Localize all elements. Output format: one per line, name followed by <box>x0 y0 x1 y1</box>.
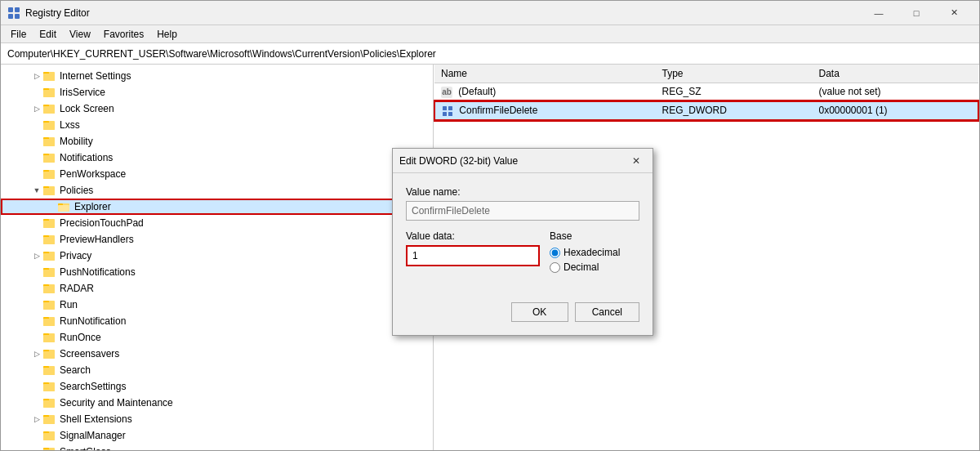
tree-item-searchsettings[interactable]: SearchSettings <box>1 378 433 395</box>
tree-item-signalmanager[interactable]: SignalManager <box>1 427 433 444</box>
folder-icon <box>43 249 56 262</box>
value-name-input[interactable] <box>406 201 639 221</box>
svg-rect-18 <box>43 139 55 146</box>
svg-rect-57 <box>43 351 55 359</box>
tree-label: Notifications <box>60 152 113 163</box>
table-row[interactable]: ab (Default) REG_SZ (value not set) <box>434 83 978 101</box>
close-button[interactable]: ✕ <box>935 1 973 25</box>
tree-item-mobility[interactable]: Mobility <box>1 133 433 150</box>
menu-favorites[interactable]: Favorites <box>97 27 150 42</box>
tree-item-smartglass[interactable]: SmartGlass <box>1 444 433 450</box>
folder-icon <box>43 396 56 409</box>
svg-rect-1 <box>15 7 20 12</box>
tree-item-run[interactable]: Run <box>1 297 433 313</box>
tree-item-pushnotifications[interactable]: PushNotifications <box>1 264 433 280</box>
tree-item-screensavers[interactable]: ▷ Screensavers <box>1 346 433 362</box>
tree-item-irisservice[interactable]: IrisService <box>1 84 433 100</box>
radio-decimal-input[interactable] <box>550 262 560 273</box>
tree-item-security-maintenance[interactable]: Security and Maintenance <box>1 395 433 411</box>
tree-item-precisiontouchpad[interactable]: PrecisionTouchPad <box>1 215 433 231</box>
tree-label: SmartGlass <box>60 446 111 450</box>
radio-decimal[interactable]: Decimal <box>550 261 639 273</box>
tree-item-radar[interactable]: RADAR <box>1 280 433 297</box>
tree-label: PushNotifications <box>60 266 136 278</box>
svg-rect-42 <box>43 270 55 277</box>
base-section: Base Hexadecimal Decimal <box>550 230 639 276</box>
svg-rect-87 <box>443 112 447 116</box>
svg-rect-39 <box>43 253 55 261</box>
folder-icon <box>43 347 56 360</box>
expand-icon[interactable]: ▷ <box>30 69 43 83</box>
svg-rect-66 <box>43 400 55 408</box>
menu-file[interactable]: File <box>4 27 33 42</box>
edit-dword-dialog[interactable]: Edit DWORD (32-bit) Value ✕ Value name: … <box>392 148 653 336</box>
tree-label: Internet Settings <box>60 70 131 82</box>
row-type-highlighted: REG_DWORD <box>656 101 813 120</box>
svg-rect-12 <box>43 106 55 114</box>
folder-icon-open <box>58 200 71 213</box>
tree-item-runnotification[interactable]: RunNotification <box>1 313 433 329</box>
tree-item-lockscreen[interactable]: ▷ Lock Screen <box>1 100 433 117</box>
tree-label: Privacy <box>60 250 91 261</box>
tree-item-penworkspace[interactable]: PenWorkspace <box>1 166 433 182</box>
app-icon <box>7 7 20 20</box>
folder-icon <box>43 233 56 246</box>
svg-rect-33 <box>43 221 55 228</box>
tree-label: SignalManager <box>60 430 126 441</box>
tree-label: IrisService <box>60 87 105 98</box>
folder-icon <box>43 429 56 442</box>
svg-rect-2 <box>8 14 13 19</box>
dialog-close-button[interactable]: ✕ <box>626 151 646 171</box>
tree-item-runonce[interactable]: RunOnce <box>1 329 433 346</box>
folder-icon <box>43 118 56 132</box>
ok-button[interactable]: OK <box>511 302 568 322</box>
radio-hexadecimal[interactable]: Hexadecimal <box>550 247 639 258</box>
tree-label: Lxss <box>60 119 80 131</box>
tree-item-privacy[interactable]: ▷ Privacy <box>1 248 433 264</box>
tree-label: RADAR <box>60 283 94 294</box>
folder-icon <box>43 413 56 426</box>
menu-edit[interactable]: Edit <box>33 27 63 42</box>
tree-item-lxss[interactable]: Lxss <box>1 117 433 133</box>
minimize-button[interactable]: — <box>860 1 898 25</box>
radio-hex-label: Hexadecimal <box>564 247 620 258</box>
dialog-footer: OK Cancel <box>393 302 653 335</box>
svg-rect-6 <box>43 74 55 81</box>
menu-view[interactable]: View <box>63 27 97 42</box>
svg-rect-0 <box>8 7 13 12</box>
tree-label: Shell Extensions <box>60 413 132 425</box>
folder-icon <box>43 266 56 279</box>
row-name: ab (Default) <box>434 83 656 101</box>
folder-icon <box>43 86 56 99</box>
window-controls: — □ ✕ <box>860 1 973 25</box>
tree-label: RunOnce <box>60 332 101 343</box>
menu-help[interactable]: Help <box>150 27 184 42</box>
tree-item-policies[interactable]: ▼ Policies <box>1 182 433 199</box>
addressbar: Computer\HKEY_CURRENT_USER\Software\Micr… <box>1 43 979 65</box>
table-row-confirmfiledelete[interactable]: ConfirmFileDelete REG_DWORD 0x00000001 (… <box>434 101 978 120</box>
svg-rect-86 <box>448 106 452 110</box>
tree-label: Security and Maintenance <box>60 397 173 409</box>
dword-icon <box>442 105 453 117</box>
tree-item-internet-settings[interactable]: ▷ Internet Settings <box>1 68 433 84</box>
tree-item-shellextensions[interactable]: ▷ Shell Extensions <box>1 411 433 427</box>
dialog-titlebar: Edit DWORD (32-bit) Value ✕ <box>393 149 653 173</box>
tree-panel: ▷ Internet Settings IrisService ▷ Lock S… <box>1 65 434 450</box>
window-title: Registry Editor <box>25 7 860 19</box>
tree-item-notifications[interactable]: Notifications <box>1 150 433 166</box>
maximize-button[interactable]: □ <box>898 1 935 25</box>
tree-item-previewhandlers[interactable]: PreviewHandlers <box>1 231 433 248</box>
value-data-label: Value data: <box>406 230 540 242</box>
ab-icon: ab <box>441 87 452 98</box>
folder-icon <box>43 331 56 344</box>
value-data-input[interactable] <box>406 245 540 266</box>
folder-icon <box>43 380 56 393</box>
folder-icon <box>43 151 56 164</box>
svg-rect-15 <box>43 123 55 130</box>
tree-item-explorer[interactable]: Explorer <box>1 199 433 215</box>
tree-item-search[interactable]: Search <box>1 362 433 378</box>
cancel-button[interactable]: Cancel <box>575 302 639 322</box>
radio-hex-input[interactable] <box>550 248 560 258</box>
tree-label: Lock Screen <box>60 103 114 114</box>
row-name-highlighted: ConfirmFileDelete <box>434 101 656 120</box>
